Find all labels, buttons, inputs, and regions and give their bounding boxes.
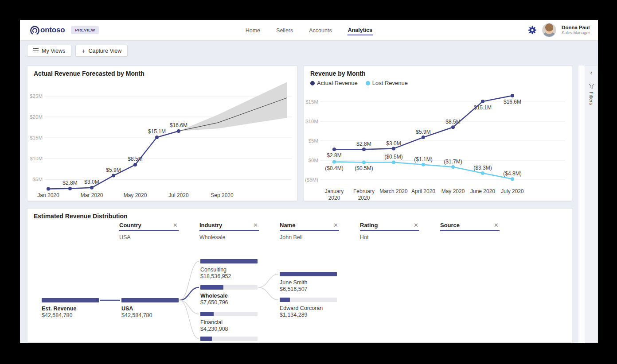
capture-view-button[interactable]: + Capture View [75,45,128,57]
filter-column-source[interactable]: Source✕ [440,222,500,240]
tree-node-bar-fill [200,337,212,341]
my-views-button[interactable]: My Views [27,45,71,57]
svg-text:($1.1M): ($1.1M) [414,156,432,163]
app-header: ontoso PREVIEW HomeSellersAccountsAnalyt… [20,20,598,41]
filter-close-icon[interactable]: ✕ [413,222,419,228]
tree-node-edward[interactable]: Edward Corcoran$1,134,289 [280,298,337,318]
filter-underline [440,230,500,231]
tree-node-bar-fill [280,298,290,302]
filter-close-icon[interactable]: ✕ [172,222,179,228]
tree-node-bar-fill [200,259,258,263]
forecast-line-chart[interactable]: $5M$10M$15M$20M$25MJan 2020Mar 2020May 2… [27,66,297,201]
nav-item-home[interactable]: Home [245,26,261,35]
tree-node-label: Consulting [200,267,258,273]
preview-badge: PREVIEW [71,26,99,34]
filter-field-label: Industry [199,222,222,228]
tree-node-bar-fill [280,272,337,276]
tree-node-value: $7,650,796 [200,299,258,306]
tree-node-financial[interactable]: Financial$4,230,908 [200,312,258,332]
filter-value: USA [119,234,179,240]
contoso-logo-mark [29,24,41,36]
svg-text:$2.8M: $2.8M [356,141,371,147]
forecast-chart-card: Actual Revenue Forecasted by Month $5M$1… [27,66,297,201]
filter-close-icon[interactable]: ✕ [252,222,259,228]
svg-text:$20M: $20M [30,114,43,120]
tree-node-label: Financial [200,319,258,325]
tree-node-label: June Smith [280,279,337,286]
settings-gear-icon[interactable] [528,26,537,35]
svg-text:Sep 2020: Sep 2020 [211,192,234,198]
app-window: ontoso PREVIEW HomeSellersAccountsAnalyt… [20,20,598,343]
tree-node-value: $42,584,780 [42,312,99,318]
svg-text:($3.3M): ($3.3M) [473,165,492,171]
tree-node-bar [200,285,258,290]
filter-column-industry[interactable]: Industry✕Wholesale [199,222,259,240]
svg-text:$2.8M: $2.8M [327,152,341,159]
filter-value: Wholesale [199,234,259,240]
tree-node-bar [42,298,99,302]
filter-column-rating[interactable]: Rating✕Hot [360,222,419,240]
tree-node-label: USA [121,306,179,312]
svg-text:$10M: $10M [30,156,43,161]
svg-text:June 2020: June 2020 [470,188,495,194]
svg-text:$16.6M: $16.6M [504,99,521,105]
tree-node-june[interactable]: June Smith$6,516,507 [280,272,337,292]
svg-text:$5.9M: $5.9M [416,129,430,135]
svg-text:($0.5M): ($0.5M) [384,154,402,160]
collapse-chevron-icon[interactable]: ‹ [585,70,597,76]
tree-node-value: $1,134,289 [280,312,337,318]
filter-value: John Bell [280,234,339,240]
user-role: Sales Manager [562,31,590,35]
svg-text:($5M): ($5M) [305,177,318,182]
filter-field-label: Source [440,222,460,228]
tree-node-bar [200,337,258,341]
tree-node-root[interactable]: Est. Revenue$42,584,780 [42,298,99,318]
desktop-background: ontoso PREVIEW HomeSellersAccountsAnalyt… [0,0,617,364]
svg-text:$3.0M: $3.0M [84,179,99,185]
filters-rail-panel[interactable]: ‹ Filters [585,66,598,343]
filter-funnel-icon [589,83,594,89]
avatar[interactable] [542,23,556,37]
revenue-by-month-line-chart[interactable]: $15M$10M$5M$0M($5M)January2020February20… [304,66,572,201]
tree-node-label: Est. Revenue [42,306,99,312]
tree-node-consulting[interactable]: Consulting$18,536,952 [200,259,258,279]
plus-icon: + [82,48,85,54]
tree-node-value: $42,584,780 [121,312,179,318]
tree-node-bar-fill [121,298,179,302]
nav-item-analytics[interactable]: Analytics [348,25,373,35]
svg-text:May 2020: May 2020 [441,188,465,194]
tree-node-bar-fill [200,312,214,316]
nav-item-sellers[interactable]: Sellers [276,26,293,35]
filter-underline [280,230,339,231]
my-views-label: My Views [42,48,65,54]
svg-text:$5M: $5M [33,177,43,182]
filter-underline [119,230,179,231]
svg-text:$5M: $5M [308,138,318,143]
svg-text:($4.8M): ($4.8M) [503,170,521,177]
tree-node-label: Edward Corcoran [280,305,337,311]
tree-node-usa[interactable]: USA$42,584,780 [121,298,179,318]
svg-text:$15.1M: $15.1M [148,128,166,135]
nav-item-accounts[interactable]: Accounts [308,26,332,35]
filter-column-name[interactable]: Name✕John Bell [280,222,339,240]
filter-field-label: Name [280,222,295,228]
distribution-card: Estimated Revenue Distribution Country✕U… [27,208,572,343]
filter-column-country[interactable]: Country✕USA [119,222,179,240]
filter-underline [199,230,259,231]
svg-text:($1.7M): ($1.7M) [444,159,462,165]
tree-node-bar-fill [200,285,223,290]
filter-close-icon[interactable]: ✕ [493,222,500,228]
tree-node-wholesale[interactable]: Wholesale$7,650,796 [200,285,258,306]
svg-text:January2020: January2020 [325,188,344,201]
svg-text:$3.0M: $3.0M [386,140,401,147]
brand-wordmark: ontoso [40,26,65,35]
svg-text:($0.5M): ($0.5M) [355,165,373,171]
user-info[interactable]: Donna Paul Sales Manager [562,25,590,35]
tree-node-cut[interactable] [200,337,258,341]
filter-close-icon[interactable]: ✕ [332,222,339,228]
filters-rail-label: Filters [589,92,594,105]
svg-text:$0M: $0M [308,158,318,163]
tree-node-value: $18,536,952 [200,273,258,279]
svg-text:$8.5M: $8.5M [128,156,142,162]
filters-rail: ‹ Filters [578,66,598,343]
